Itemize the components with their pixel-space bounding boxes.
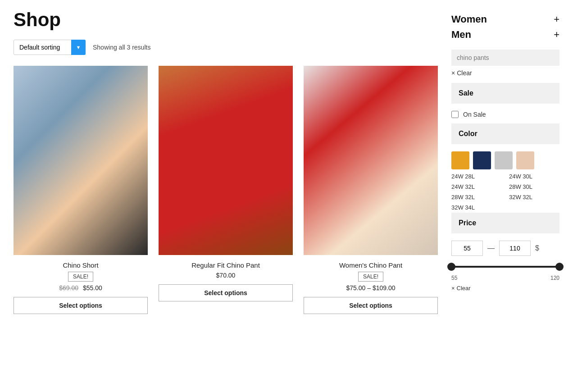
sale-filter-header: Sale [451,83,559,104]
price-range-min: 55 [451,275,457,281]
product-image [14,66,148,255]
product-price: $75.00 – $109.00 [346,284,396,292]
price-slider[interactable] [451,262,559,271]
size-options: 24W 28L 24W 30L 24W 32L 28W 30L 28W 32L … [451,173,559,211]
price-filter-content: — $ 55 120 × Clear [451,234,559,293]
results-count: Showing all 3 results [93,44,150,51]
select-options-button[interactable]: Select options [14,297,148,314]
select-options-button[interactable]: Select options [159,284,293,301]
price-clear-button[interactable]: × Clear [451,285,559,292]
price-max-input[interactable] [499,241,531,256]
product-badge: SALE! [358,272,383,282]
color-filter-content: 24W 28L 24W 30L 24W 32L 28W 30L 28W 32L … [451,145,559,213]
search-input[interactable] [451,50,559,66]
price-inputs: — $ [451,241,559,256]
product-card: Chino Short SALE! $69.00 $55.00 Select o… [14,66,148,314]
product-image [304,66,438,255]
select-options-button[interactable]: Select options [304,297,438,314]
color-swatches [451,151,559,169]
product-name: Chino Short [63,261,98,269]
price-slider-fill [451,266,559,268]
color-swatch-light-grey[interactable] [495,151,513,169]
plus-icon: + [554,14,559,25]
sidebar-item-label: Men [451,29,471,41]
price-filter-title: Price [459,219,552,227]
clear-label: Clear [457,69,472,77]
price-range-max: 120 [550,275,559,281]
times-icon: × [451,285,455,292]
main-content: Shop Default sorting Showing all 3 resul… [14,9,438,314]
sort-select[interactable]: Default sorting [14,40,86,55]
product-card: Regular Fit Chino Pant $70.00 Select opt… [159,66,293,314]
product-grid: Chino Short SALE! $69.00 $55.00 Select o… [14,66,438,314]
product-image [159,66,293,255]
product-price: $70.00 [216,272,236,279]
price-slider-thumb-left[interactable] [447,263,455,271]
toolbar: Default sorting Showing all 3 results [14,40,438,55]
plus-icon: + [554,29,559,41]
product-price: $69.00 $55.00 [59,284,102,292]
sidebar-item-men[interactable]: Men + [451,29,559,41]
product-badge: SALE! [68,272,93,282]
clear-filter-button[interactable]: × Clear [451,69,559,77]
size-option[interactable]: 32W 32L [509,194,559,201]
color-swatch-navy[interactable] [473,151,491,169]
sidebar: Women + Men + × Clear Sale On Sale [451,9,559,314]
on-sale-checkbox[interactable] [451,111,459,118]
product-card: Women's Chino Pant SALE! $75.00 – $109.0… [304,66,438,314]
price-slider-thumb-right[interactable] [555,263,564,271]
on-sale-label[interactable]: On Sale [463,111,486,118]
sidebar-item-label: Women [451,14,487,25]
size-option[interactable]: 24W 30L [509,173,559,180]
size-option[interactable]: 24W 32L [451,183,502,190]
size-option[interactable]: 32W 34L [451,204,502,211]
price: $70.00 [216,272,236,279]
sidebar-item-women[interactable]: Women + [451,14,559,25]
size-option[interactable]: 28W 32L [451,194,502,201]
times-icon: × [451,69,455,77]
price-clear-label: Clear [457,285,471,292]
sale-price: $55.00 [83,284,102,292]
sale-filter-content: On Sale [451,105,559,123]
price-filter-header: Price [451,213,559,233]
size-option[interactable]: 28W 30L [509,183,559,190]
color-filter-title: Color [459,130,552,138]
price-currency: $ [535,244,539,252]
color-filter-header: Color [451,123,559,144]
product-name: Regular Fit Chino Pant [191,261,260,269]
color-swatch-peach[interactable] [516,151,534,169]
on-sale-row: On Sale [451,111,559,118]
sidebar-nav: Women + Men + [451,14,559,41]
sale-filter-title: Sale [459,89,552,97]
original-price: $69.00 [59,284,78,292]
price-range: $75.00 – $109.00 [346,284,396,292]
color-swatch-yellow[interactable] [451,151,469,169]
sort-select-wrapper[interactable]: Default sorting [14,40,86,55]
price-min-input[interactable] [451,241,483,256]
price-dash: — [487,244,495,252]
size-option[interactable]: 24W 28L [451,173,502,180]
price-range-labels: 55 120 [451,275,559,281]
product-name: Women's Chino Pant [339,261,402,269]
page-title: Shop [14,9,438,31]
